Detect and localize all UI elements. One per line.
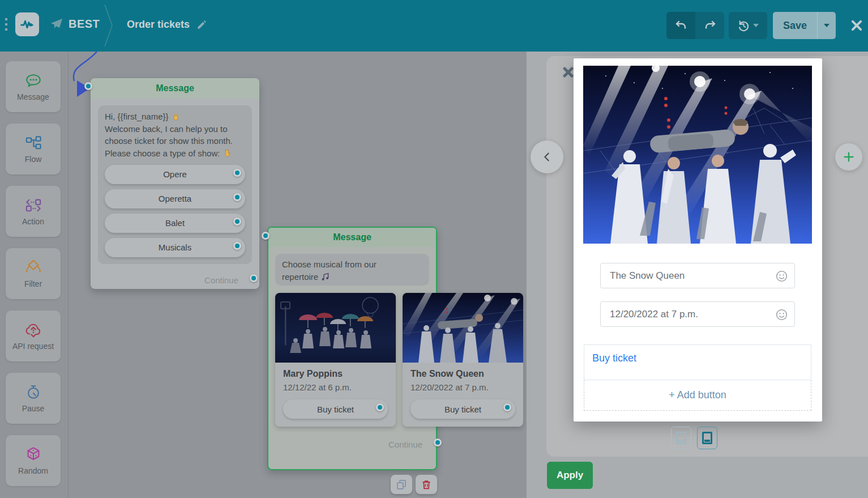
bot-selector[interactable]: BEST <box>50 17 100 31</box>
apply-button[interactable]: Apply <box>547 462 593 489</box>
gallery-cards-row: Mary Poppins 12/12/22 at 6 p.m. Buy tick… <box>275 293 523 427</box>
close-builder-button[interactable] <box>848 17 865 34</box>
gallery-card-snow-queen: The Snow Queen 12/20/2022 at 7 p.m. Buy … <box>403 293 523 427</box>
save-dropdown-button[interactable] <box>817 12 836 39</box>
bot-name: BEST <box>69 18 100 31</box>
output-port-opere[interactable] <box>233 169 241 177</box>
input-port[interactable] <box>84 82 92 90</box>
bubble-text-line: Choose musical from our <box>282 258 422 271</box>
sidebar-item-filter[interactable]: Filter <box>6 248 61 299</box>
redo-button[interactable] <box>695 12 724 39</box>
node-toolbar <box>391 475 437 494</box>
input-port[interactable] <box>262 232 270 240</box>
dice-icon <box>24 446 42 463</box>
trash-icon <box>421 479 431 490</box>
undo-redo-group <box>666 12 724 39</box>
snow-queen-hero-image[interactable] <box>583 66 812 244</box>
flow-canvas[interactable]: Message Flow Action <box>0 52 868 498</box>
sidebar-item-label: Filter <box>24 279 42 288</box>
api-cloud-icon <box>24 321 43 338</box>
bubble-text-line: Please choose a type of show: <box>105 148 220 158</box>
message-node-2-selected[interactable]: Message Choose musical from our repertoi… <box>267 227 437 470</box>
redo-arrow-icon <box>703 19 717 32</box>
stopwatch-icon <box>24 384 42 401</box>
node-header[interactable]: Message <box>91 78 259 99</box>
clap-emoji-icon <box>171 112 181 121</box>
bubble-text-line: Hi, {{first_name}} <box>105 112 169 121</box>
continue-output-port[interactable] <box>434 439 442 446</box>
chevron-left-icon <box>541 151 553 163</box>
emoji-picker-icon[interactable] <box>775 270 788 285</box>
history-button[interactable] <box>729 12 767 39</box>
flowchart-icon <box>24 134 42 151</box>
button-label: Buy ticket <box>317 405 354 414</box>
add-card-button[interactable] <box>835 143 862 171</box>
sidebar-divider <box>68 52 69 498</box>
sidebar-item-random[interactable]: Random <box>6 435 61 486</box>
layout-small-icon <box>676 432 686 444</box>
sidebar-item-label: Action <box>22 217 44 226</box>
save-split-button: Save <box>773 12 836 39</box>
node-title: Message <box>156 83 194 93</box>
layout-large-icon <box>702 432 712 444</box>
snow-queen-image <box>403 293 523 363</box>
sidebar-item-label: Random <box>18 466 48 475</box>
node-header[interactable]: Message <box>268 228 436 247</box>
output-port-balet[interactable] <box>233 218 241 225</box>
card-subtitle-input[interactable] <box>601 302 794 326</box>
sidebar-item-action[interactable]: Action <box>6 186 61 237</box>
undo-button[interactable] <box>666 12 695 39</box>
sidebar-item-flow[interactable]: Flow <box>6 124 61 174</box>
card-editor: Buy ticket + Add button <box>574 58 822 422</box>
undo-arrow-icon <box>674 19 688 32</box>
duplicate-node-button[interactable] <box>391 475 412 494</box>
kebab-menu-icon[interactable] <box>5 18 7 33</box>
gallery-card-mary-poppins: Mary Poppins 12/12/22 at 6 p.m. Buy tick… <box>275 293 396 427</box>
emoji-picker-icon[interactable] <box>775 308 788 324</box>
layout-toggle-small-image[interactable] <box>671 427 691 449</box>
output-port-operetta[interactable] <box>233 193 241 201</box>
card-title-field <box>600 263 795 288</box>
app-logo[interactable] <box>15 12 39 36</box>
card-subtitle: 12/20/2022 at 7 p.m. <box>411 382 515 392</box>
layout-toggle-large-image-active[interactable] <box>697 427 717 449</box>
button-label: Operetta <box>159 193 191 205</box>
sidebar-item-label: Message <box>17 92 49 101</box>
continue-output-port[interactable] <box>250 274 258 282</box>
message-node-1[interactable]: Message Hi, {{first_name}} Welcome back,… <box>91 78 259 289</box>
mary-poppins-image <box>275 293 396 363</box>
add-button-button[interactable]: + Add button <box>584 380 811 411</box>
breadcrumb-separator <box>104 5 114 46</box>
top-bar: BEST Order tickets <box>0 0 868 52</box>
card-title: Mary Poppins <box>283 369 388 379</box>
paper-plane-icon <box>50 17 63 31</box>
output-port-musicals[interactable] <box>233 242 241 250</box>
output-port-buy-ticket-2[interactable] <box>503 403 511 411</box>
save-button[interactable]: Save <box>773 12 817 39</box>
quick-reply-button: Musicals <box>105 238 245 257</box>
copy-icon <box>396 479 407 490</box>
card-button-label: Buy ticket <box>592 352 636 364</box>
card-layout-toggles <box>671 427 717 449</box>
sidebar-item-label: API request <box>12 342 54 351</box>
previous-card-button[interactable] <box>531 141 563 173</box>
sidebar-item-api-request[interactable]: API request <box>6 310 61 361</box>
bubble-text-line: Welcome back, I can help you to <box>105 123 245 135</box>
card-title-input[interactable] <box>601 263 794 288</box>
button-label: Balet <box>165 217 185 229</box>
history-clock-icon <box>737 19 750 32</box>
message-bubble: Choose musical from our repertoire <box>275 254 429 286</box>
output-port-buy-ticket-1[interactable] <box>376 403 384 411</box>
continue-label: Continue <box>204 275 238 285</box>
sidebar-item-message[interactable]: Message <box>6 61 61 112</box>
card-title: The Snow Queen <box>411 369 515 379</box>
delete-node-button[interactable] <box>416 475 437 494</box>
bubble-text-line: repertoire <box>282 272 318 282</box>
action-brackets-icon <box>24 197 42 214</box>
music-notes-emoji-icon <box>320 273 330 282</box>
sidebar-item-pause[interactable]: Pause <box>6 373 61 424</box>
sidebar-item-label: Pause <box>22 404 45 413</box>
add-button-label: + Add button <box>669 389 726 401</box>
card-button-editor[interactable]: Buy ticket <box>584 344 811 380</box>
edit-pencil-icon[interactable] <box>196 19 207 30</box>
